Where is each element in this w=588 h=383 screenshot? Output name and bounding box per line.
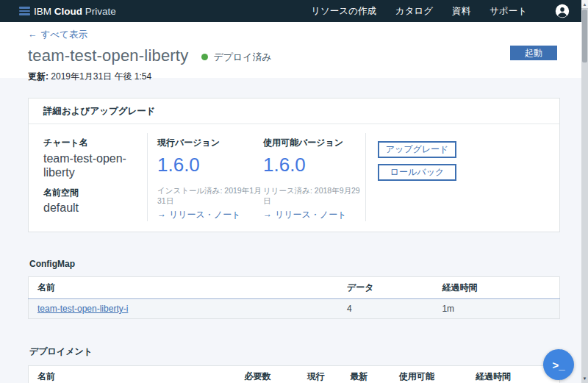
current-version-value: 1.6.0 bbox=[157, 154, 263, 176]
user-avatar-icon[interactable] bbox=[555, 4, 570, 18]
col-header-age: 経過時間 bbox=[433, 277, 559, 299]
page-header: ← すべて表示 team-test-open-liberty デプロイ済み 更新… bbox=[0, 22, 581, 78]
brand-private: Private bbox=[85, 6, 116, 17]
col-header-latest: 最新 bbox=[341, 366, 390, 383]
top-nav-links: リソースの作成 カタログ 資料 サポート bbox=[311, 4, 570, 18]
release-notes-label: リリース・ノート bbox=[275, 209, 346, 221]
configmap-header-row: 名前 データ 経過時間 bbox=[29, 277, 560, 299]
namespace-value: default bbox=[43, 201, 147, 215]
chart-name-value: team-test-open-liberty bbox=[43, 152, 133, 180]
current-release-notes-link[interactable]: → リリース・ノート bbox=[157, 209, 240, 221]
forward-arrow-icon: → bbox=[263, 209, 272, 221]
back-link-label: すべて表示 bbox=[41, 29, 87, 41]
chart-name-label: チャート名 bbox=[43, 137, 147, 149]
updated-label: 更新: bbox=[28, 71, 49, 82]
configmap-age-value: 1m bbox=[433, 299, 559, 319]
scroll-down-button[interactable]: ▼ bbox=[581, 374, 588, 383]
vertical-scrollbar: ▲ ▼ bbox=[581, 0, 588, 383]
hamburger-menu-icon[interactable] bbox=[19, 7, 30, 15]
brand-ibm: IBM bbox=[34, 6, 51, 17]
panel-title: 詳細およびアップグレード bbox=[29, 99, 559, 124]
deployment-table: 名前 必要数 現行 最新 使用可能 経過時間 team-test-open-li… bbox=[28, 365, 560, 383]
page-title: team-test-open-liberty bbox=[28, 46, 188, 65]
nav-docs[interactable]: 資料 bbox=[452, 5, 470, 18]
scroll-up-button[interactable]: ▲ bbox=[581, 0, 588, 9]
terminal-fab-button[interactable]: >_ bbox=[543, 349, 574, 380]
deployment-header-row: 名前 必要数 現行 最新 使用可能 経過時間 bbox=[29, 366, 560, 383]
chart-info-column: チャート名 team-test-open-liberty 名前空間 defaul… bbox=[29, 133, 148, 221]
current-version-column: 現行バージョン 1.6.0 インストール済み: 2019年1月31日 → リリー… bbox=[148, 133, 263, 221]
available-version-meta: リリース済み: 2018年9月29日 bbox=[263, 186, 365, 207]
nav-create-resource[interactable]: リソースの作成 bbox=[311, 5, 376, 18]
top-navigation-bar: IBM Cloud Private リソースの作成 カタログ 資料 サポート bbox=[0, 0, 581, 22]
available-release-notes-link[interactable]: → リリース・ノート bbox=[263, 209, 346, 221]
back-to-all-link[interactable]: ← すべて表示 bbox=[28, 29, 87, 41]
rollback-button[interactable]: ロールバック bbox=[378, 164, 456, 181]
details-upgrade-panel: 詳細およびアップグレード チャート名 team-test-open-libert… bbox=[28, 98, 560, 232]
deployment-section-label: デプロイメント bbox=[29, 346, 560, 358]
launch-button[interactable]: 起動 bbox=[510, 46, 557, 60]
col-header-available: 使用可能 bbox=[390, 366, 467, 383]
status-text: デプロイ済み bbox=[213, 51, 272, 64]
configmap-section-label: ConfigMap bbox=[29, 259, 560, 269]
status-dot-icon bbox=[201, 54, 208, 60]
configmap-name-link[interactable]: team-test-open-liberty-i bbox=[37, 304, 128, 314]
updated-value: 2019年1月31日 午後 1:54 bbox=[51, 71, 151, 82]
app-window: IBM Cloud Private リソースの作成 カタログ 資料 サポート ←… bbox=[0, 0, 581, 383]
available-version-column: 使用可能バージョン 1.6.0 リリース済み: 2018年9月29日 → リリー… bbox=[263, 133, 366, 221]
available-version-label: 使用可能バージョン bbox=[263, 137, 365, 149]
status-badge: デプロイ済み bbox=[201, 51, 272, 64]
col-header-name: 名前 bbox=[29, 277, 339, 299]
updated-timestamp: 更新: 2019年1月31日 午後 1:54 bbox=[28, 71, 581, 83]
current-version-meta: インストール済み: 2019年1月31日 bbox=[157, 186, 263, 207]
panel-body: チャート名 team-test-open-liberty 名前空間 defaul… bbox=[29, 124, 559, 232]
brand-logo: IBM Cloud Private bbox=[34, 6, 116, 17]
configmap-data-value: 4 bbox=[338, 299, 433, 319]
col-header-desired: 必要数 bbox=[235, 366, 298, 383]
col-header-data: データ bbox=[338, 277, 433, 299]
brand-cloud: Cloud bbox=[54, 6, 82, 17]
upgrade-button[interactable]: アップグレード bbox=[378, 141, 456, 158]
configmap-table: 名前 データ 経過時間 team-test-open-liberty-i 4 1… bbox=[28, 276, 560, 319]
nav-catalog[interactable]: カタログ bbox=[395, 5, 433, 18]
configmap-table-row: team-test-open-liberty-i 4 1m bbox=[29, 299, 560, 319]
version-actions-column: アップグレード ロールバック bbox=[366, 133, 559, 221]
back-arrow-icon: ← bbox=[28, 29, 37, 40]
title-row: team-test-open-liberty デプロイ済み bbox=[28, 46, 581, 65]
namespace-label: 名前空間 bbox=[43, 187, 147, 199]
available-version-value: 1.6.0 bbox=[263, 154, 365, 176]
terminal-prompt-icon: >_ bbox=[552, 359, 564, 371]
forward-arrow-icon: → bbox=[157, 209, 166, 221]
nav-support[interactable]: サポート bbox=[490, 5, 527, 18]
col-header-current: 現行 bbox=[298, 366, 342, 383]
release-notes-label: リリース・ノート bbox=[169, 209, 240, 221]
scrollbar-thumb[interactable] bbox=[582, 10, 587, 62]
main-content: 詳細およびアップグレード チャート名 team-test-open-libert… bbox=[0, 98, 581, 383]
col-header-name: 名前 bbox=[29, 366, 236, 383]
current-version-label: 現行バージョン bbox=[157, 137, 263, 149]
